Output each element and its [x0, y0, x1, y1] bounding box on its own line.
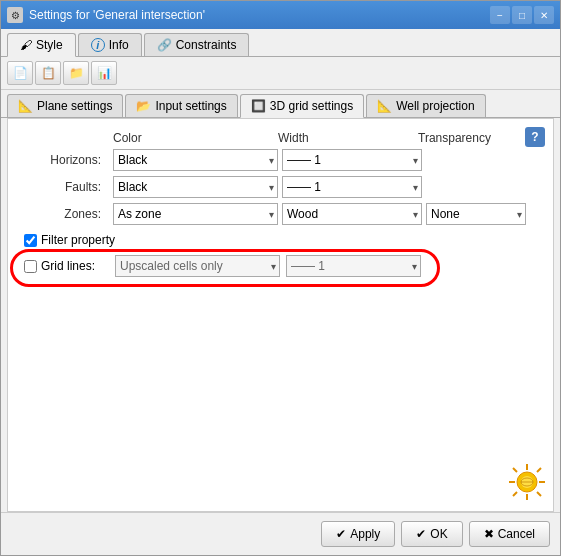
svg-line-6 [537, 492, 541, 496]
grid-icon: 🔲 [251, 99, 266, 113]
grid-lines-checkbox-label[interactable]: Grid lines: [24, 259, 109, 273]
apply-label: Apply [350, 527, 380, 541]
well-label: Well projection [396, 99, 474, 113]
info-tab-icon: i [91, 38, 105, 52]
zones-color-wrap: As zone Black Red [113, 203, 278, 225]
grid-lines-width-select[interactable]: —— 1 —— 2 —— 3 [286, 255, 421, 277]
empty-header [24, 131, 109, 145]
faults-width-wrap: —— 1 —— 2 —— 3 [282, 176, 422, 198]
inner-tab-strip: 📐 Plane settings 📂 Input settings 🔲 3D g… [1, 90, 560, 118]
tab-plane-settings[interactable]: 📐 Plane settings [7, 94, 123, 117]
sun-decoration [507, 462, 547, 505]
tab-3dgrid-settings[interactable]: 🔲 3D grid settings [240, 94, 364, 118]
plane-label: Plane settings [37, 99, 112, 113]
title-bar: ⚙ Settings for 'General intersection' − … [1, 1, 560, 29]
grid-lines-mode-select[interactable]: Upscaled cells only All cells None [115, 255, 280, 277]
grid-lines-row: Grid lines: Upscaled cells only All cell… [24, 255, 537, 277]
grid-lines-width-wrap: —— 1 —— 2 —— 3 [286, 255, 421, 277]
style-tab-icon: 🖌 [20, 38, 32, 52]
horizons-width-wrap: —— 1 —— 2 —— 3 [282, 149, 422, 171]
tab-info[interactable]: i Info [78, 33, 142, 56]
ok-button[interactable]: ✔ OK [401, 521, 462, 547]
toolbar: 📄 📋 📁 📊 [1, 57, 560, 90]
svg-line-7 [537, 468, 541, 472]
apply-button[interactable]: ✔ Apply [321, 521, 395, 547]
svg-line-5 [513, 468, 517, 472]
tab-style[interactable]: 🖌 Style [7, 33, 76, 57]
ok-icon: ✔ [416, 527, 426, 541]
tab-input-settings[interactable]: 📂 Input settings [125, 94, 237, 117]
filter-property-label[interactable]: Filter property [24, 233, 115, 247]
tab-constraints[interactable]: 🔗 Constraints [144, 33, 250, 56]
input-icon: 📂 [136, 99, 151, 113]
apply-icon: ✔ [336, 527, 346, 541]
window-title: Settings for 'General intersection' [29, 8, 205, 22]
zones-color-select[interactable]: As zone Black Red [113, 203, 278, 225]
plane-icon: 📐 [18, 99, 33, 113]
zones-transparency-select[interactable]: None 25% 50% 75% [426, 203, 526, 225]
minimize-button[interactable]: − [490, 6, 510, 24]
filter-property-text: Filter property [41, 233, 115, 247]
width-header: Width [274, 131, 414, 145]
tab-well-projection[interactable]: 📐 Well projection [366, 94, 485, 117]
ok-label: OK [430, 527, 447, 541]
toolbar-btn-3[interactable]: 📁 [63, 61, 89, 85]
grid-lines-mode-wrap: Upscaled cells only All cells None [115, 255, 280, 277]
faults-color-wrap: Black Red Blue [113, 176, 278, 198]
horizons-label: Horizons: [24, 153, 109, 167]
title-controls: − □ ✕ [490, 6, 554, 24]
main-window: ⚙ Settings for 'General intersection' − … [0, 0, 561, 556]
zones-transparency-wrap: None 25% 50% 75% [426, 203, 526, 225]
style-tab-label: Style [36, 38, 63, 52]
zones-label: Zones: [24, 207, 109, 221]
cancel-button[interactable]: ✖ Cancel [469, 521, 550, 547]
horizons-color-select[interactable]: Black Red Blue Green [113, 149, 278, 171]
zones-fill-select[interactable]: Wood None Solid [282, 203, 422, 225]
faults-color-select[interactable]: Black Red Blue [113, 176, 278, 198]
grid-lines-label: Grid lines: [41, 259, 95, 273]
bottom-bar: ✔ Apply ✔ OK ✖ Cancel [1, 512, 560, 555]
transparency-header: Transparency [414, 131, 537, 145]
input-label: Input settings [155, 99, 226, 113]
toolbar-btn-1[interactable]: 📄 [7, 61, 33, 85]
constraints-tab-icon: 🔗 [157, 38, 172, 52]
well-icon: 📐 [377, 99, 392, 113]
grid-lines-checkbox[interactable] [24, 260, 37, 273]
info-tab-label: Info [109, 38, 129, 52]
grid-label: 3D grid settings [270, 99, 353, 113]
window-icon: ⚙ [7, 7, 23, 23]
faults-width-select[interactable]: —— 1 —— 2 —— 3 [282, 176, 422, 198]
color-header: Color [109, 131, 274, 145]
main-content: ? Color Width Transparency Horizons: Bla… [7, 118, 554, 512]
horizons-width-select[interactable]: —— 1 —— 2 —— 3 [282, 149, 422, 171]
horizons-color-wrap: Black Red Blue Green [113, 149, 278, 171]
filter-property-checkbox[interactable] [24, 234, 37, 247]
constraints-tab-label: Constraints [176, 38, 237, 52]
cancel-label: Cancel [498, 527, 535, 541]
maximize-button[interactable]: □ [512, 6, 532, 24]
help-button[interactable]: ? [525, 127, 545, 147]
faults-label: Faults: [24, 180, 109, 194]
svg-line-8 [513, 492, 517, 496]
cancel-icon: ✖ [484, 527, 494, 541]
title-bar-left: ⚙ Settings for 'General intersection' [7, 7, 205, 23]
toolbar-btn-2[interactable]: 📋 [35, 61, 61, 85]
zones-fill-wrap: Wood None Solid [282, 203, 422, 225]
toolbar-btn-4[interactable]: 📊 [91, 61, 117, 85]
filter-property-row: Filter property [24, 233, 537, 247]
top-tab-strip: 🖌 Style i Info 🔗 Constraints [1, 29, 560, 57]
close-button[interactable]: ✕ [534, 6, 554, 24]
